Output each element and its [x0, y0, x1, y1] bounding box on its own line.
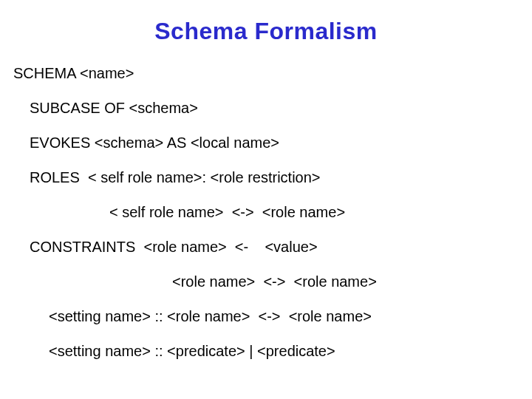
line-setting-1: <setting name> :: <role name> <-> <role …	[49, 307, 519, 326]
line-roles-1: ROLES < self role name>: <role restricti…	[30, 168, 519, 187]
slide-title: Schema Formalism	[13, 18, 519, 45]
line-setting-2: <setting name> :: <predicate> | <predica…	[49, 342, 519, 361]
slide: Schema Formalism SCHEMA <name> SUBCASE O…	[0, 0, 532, 399]
line-schema: SCHEMA <name>	[13, 64, 519, 83]
line-subcase: SUBCASE OF <schema>	[30, 99, 519, 117]
line-constraints-1: CONSTRAINTS <role name> <- <value>	[30, 238, 519, 256]
line-constraints-2: <role name> <-> <role name>	[172, 273, 519, 291]
line-evokes: EVOKES <schema> AS <local name>	[30, 134, 519, 152]
line-roles-2: < self role name> <-> <role name>	[109, 203, 519, 222]
